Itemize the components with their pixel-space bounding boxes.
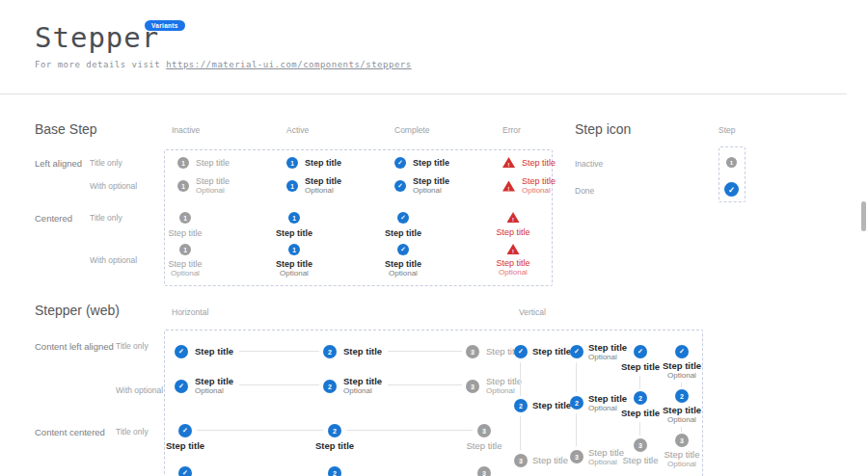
step-connector bbox=[681, 427, 682, 432]
step-connector bbox=[639, 422, 640, 436]
step-number-icon: 3 bbox=[634, 438, 647, 452]
check-icon: ✓ bbox=[514, 345, 528, 358]
warning-icon: ! bbox=[507, 244, 520, 254]
step-number-icon: 3 bbox=[466, 345, 479, 358]
sub-label-title-only-3: Title only bbox=[116, 341, 149, 351]
check-icon: ✓ bbox=[397, 244, 409, 255]
step-active-left-title: 1 Step title bbox=[286, 157, 341, 169]
sub-label-with-optional-2: With optional bbox=[90, 255, 137, 265]
vstep-label-group: Step titleOptional bbox=[588, 343, 627, 362]
step-number-icon: 2 bbox=[514, 399, 528, 412]
step-number-icon: 1 bbox=[286, 157, 298, 169]
warning-icon: ! bbox=[502, 157, 515, 168]
row-label-left-aligned: Left aligned bbox=[35, 158, 82, 169]
step-connector bbox=[520, 362, 521, 396]
check-icon: ✓ bbox=[397, 212, 409, 224]
column-header-complete: Complete bbox=[394, 125, 429, 135]
check-icon: ✓ bbox=[175, 380, 188, 393]
hstep-centered-label-1: Step title bbox=[156, 441, 214, 451]
step-connector bbox=[197, 430, 323, 431]
step-error-centered-optional: ! Step titleOptional bbox=[486, 244, 540, 278]
sub-label-with-optional-3: With optional bbox=[116, 385, 163, 395]
column-header-vertical: Vertical bbox=[519, 307, 546, 317]
row-label-icon-done: Done bbox=[575, 186, 594, 196]
step-number-icon: 2 bbox=[675, 389, 689, 403]
vstep-label: Step title bbox=[532, 401, 571, 410]
step-number-icon: 3 bbox=[514, 454, 528, 467]
variants-badge: Variants bbox=[145, 20, 185, 31]
step-number-icon: 1 bbox=[177, 157, 189, 169]
step-error-centered-title: ! Step title bbox=[486, 212, 540, 237]
step-connector bbox=[239, 384, 319, 385]
step-inactive-left-title: 1 Step title bbox=[177, 157, 230, 169]
step-complete-centered-optional: ✓ Step titleOptional bbox=[376, 244, 430, 278]
step-number-icon: 1 bbox=[179, 244, 191, 255]
vertical-scrollbar-thumb[interactable] bbox=[861, 201, 866, 231]
warning-icon: ! bbox=[502, 181, 515, 192]
step-connector bbox=[681, 383, 682, 387]
step-active-left-optional: 1 Step titleOptional bbox=[286, 176, 341, 196]
check-icon: ✓ bbox=[394, 157, 406, 169]
sub-label-title-only: Title only bbox=[90, 158, 122, 168]
hstep-centered-label-2: Step title bbox=[306, 441, 364, 451]
step-number-icon: 3 bbox=[466, 380, 479, 393]
check-icon: ✓ bbox=[570, 345, 583, 358]
step-number-icon: 2 bbox=[328, 424, 341, 437]
column-header-error: Error bbox=[502, 125, 521, 135]
step-number-icon: 2 bbox=[634, 391, 647, 405]
material-ui-link[interactable]: https://material-ui.com/components/stepp… bbox=[166, 60, 412, 69]
vstep-label-group: Step titleOptional bbox=[653, 406, 711, 425]
step-connector bbox=[639, 376, 640, 389]
sub-label-title-only-4: Title only bbox=[116, 427, 149, 436]
vstep-label-group: Step titleOptional bbox=[653, 361, 711, 381]
step-inactive-centered-title: 1 Step title bbox=[158, 212, 212, 238]
vstep-label: Step title bbox=[532, 347, 571, 357]
sub-label-with-optional: With optional bbox=[90, 181, 137, 191]
step-number-icon: 1 bbox=[288, 212, 300, 224]
row-label-content-left: Content left aligned bbox=[35, 341, 114, 352]
step-complete-left-optional: ✓ Step titleOptional bbox=[394, 176, 449, 196]
step-connector bbox=[576, 413, 577, 446]
hstep-2-active-optional: 2 Step titleOptional bbox=[323, 377, 382, 396]
step-number-icon: 3 bbox=[477, 424, 491, 437]
hstep-centered-label-3: Step title bbox=[455, 441, 513, 451]
subtitle: For more details visit https://material-… bbox=[35, 60, 412, 69]
sub-label-title-only-2: Title only bbox=[90, 213, 122, 223]
check-icon: ✓ bbox=[675, 345, 689, 358]
check-icon: ✓ bbox=[178, 466, 192, 476]
row-label-icon-inactive: Inactive bbox=[575, 159, 603, 169]
step-number-icon: 3 bbox=[570, 450, 583, 463]
check-icon: ✓ bbox=[394, 180, 406, 192]
step-connector bbox=[346, 430, 473, 431]
step-connector bbox=[239, 351, 319, 352]
column-header-inactive: Inactive bbox=[172, 125, 200, 135]
hstep-2-active: 2 Step title bbox=[323, 345, 382, 358]
warning-icon: ! bbox=[507, 212, 520, 223]
step-icon-heading: Step icon bbox=[575, 121, 631, 137]
step-number-icon: 2 bbox=[323, 345, 337, 358]
subtitle-text: For more details visit bbox=[35, 60, 160, 69]
hstep-1-complete: ✓ Step title bbox=[175, 345, 233, 358]
step-number-icon: 3 bbox=[675, 434, 689, 447]
step-connector bbox=[388, 384, 462, 385]
step-number-icon: 1 bbox=[288, 244, 300, 255]
step-active-centered-title: 1 Step title bbox=[267, 212, 321, 238]
step-number-icon: 1 bbox=[286, 180, 298, 192]
step-number-icon: 3 bbox=[477, 466, 491, 476]
step-number-icon: 2 bbox=[570, 396, 583, 410]
column-header-horizontal: Horizontal bbox=[172, 307, 208, 317]
step-inactive-centered-optional: 1 Step titleOptional bbox=[158, 244, 212, 278]
check-icon: ✓ bbox=[175, 345, 188, 358]
hstep-1-complete-optional: ✓ Step titleOptional bbox=[175, 377, 233, 396]
step-connector bbox=[388, 351, 462, 352]
step-number-icon: 2 bbox=[328, 466, 341, 476]
step-active-centered-optional: 1 Step titleOptional bbox=[267, 244, 321, 278]
row-label-content-centered: Content centered bbox=[35, 427, 105, 437]
vstep-label-group: Step titleOptional bbox=[653, 450, 711, 469]
step-number-icon: 1 bbox=[177, 180, 189, 192]
column-header-step: Step bbox=[719, 125, 736, 135]
check-icon: ✓ bbox=[634, 345, 647, 358]
step-number-icon: 1 bbox=[726, 157, 737, 168]
step-number-icon: 2 bbox=[323, 380, 337, 393]
header-divider bbox=[0, 93, 847, 94]
